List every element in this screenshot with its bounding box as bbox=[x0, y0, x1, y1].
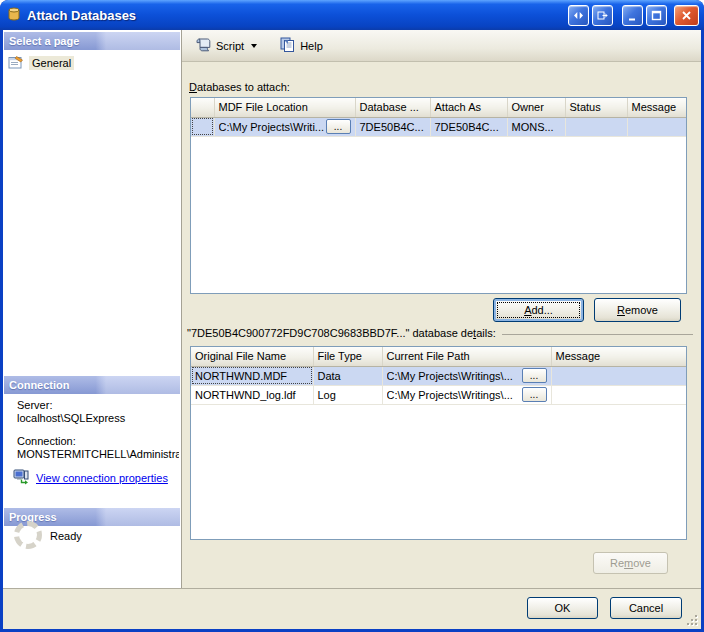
attach-databases-dialog: Attach Databases bbox=[0, 0, 704, 632]
mdf-location-cell: C:\My Projects\Writi... ... bbox=[214, 117, 355, 136]
connection-header: Connection bbox=[4, 376, 180, 394]
column-header-message[interactable]: Message bbox=[551, 347, 686, 366]
help-button[interactable]: Help bbox=[276, 34, 326, 57]
table-row[interactable]: NORTHWND.MDF Data C:\My Projects\Writing… bbox=[191, 366, 686, 385]
view-connection-properties-link[interactable]: View connection properties bbox=[13, 468, 168, 487]
column-header-status[interactable]: Status bbox=[565, 98, 627, 117]
connection-value: MONSTERMITCHELL\Administra bbox=[17, 448, 179, 461]
server-value: localhost\SQLExpress bbox=[17, 412, 179, 425]
switch-panes-icon bbox=[572, 9, 585, 22]
maximize-button[interactable] bbox=[646, 5, 667, 26]
column-header-database[interactable]: Database ... bbox=[355, 98, 430, 117]
column-header-current-file-path[interactable]: Current File Path bbox=[382, 347, 551, 366]
view-connection-properties-label: View connection properties bbox=[36, 472, 168, 484]
toolbar: Script Help bbox=[182, 30, 701, 62]
footer: OK Cancel bbox=[3, 588, 701, 629]
browse-button[interactable]: ... bbox=[522, 387, 547, 402]
switch-panes-button[interactable] bbox=[568, 5, 589, 26]
general-page-icon bbox=[8, 54, 24, 72]
close-button[interactable] bbox=[674, 5, 699, 26]
file-type-cell: Log bbox=[313, 385, 382, 404]
databases-to-attach-label: Databases to attach: bbox=[189, 81, 290, 93]
connection-computer-icon bbox=[13, 468, 30, 487]
file-path-cell: C:\My Projects\Writings\... ... bbox=[382, 385, 551, 404]
column-header-owner[interactable]: Owner bbox=[507, 98, 565, 117]
resize-grip[interactable] bbox=[685, 613, 698, 626]
column-header-message[interactable]: Message bbox=[627, 98, 686, 117]
browse-button[interactable]: ... bbox=[326, 119, 351, 134]
table-row[interactable]: C:\My Projects\Writi... ... 7DE50B4C... … bbox=[191, 117, 686, 136]
undock-button[interactable] bbox=[592, 5, 613, 26]
status-cell bbox=[565, 117, 627, 136]
window-title: Attach Databases bbox=[27, 8, 565, 23]
file-path-value: C:\My Projects\Writings\... bbox=[387, 370, 520, 382]
close-icon bbox=[680, 9, 693, 22]
column-header-mdf-file-location[interactable]: MDF File Location bbox=[214, 98, 355, 117]
file-path-value: C:\My Projects\Writings\... bbox=[387, 389, 520, 401]
remove-details-button[interactable]: Remove bbox=[593, 552, 668, 574]
database-details-caption: "7DE50B4C900772FD9C708C9683BBD7F..." dat… bbox=[187, 327, 693, 339]
browse-button[interactable]: ... bbox=[522, 368, 547, 383]
table-row[interactable]: NORTHWND_log.ldf Log C:\My Projects\Writ… bbox=[191, 385, 686, 404]
add-button[interactable]: Add... bbox=[493, 298, 584, 322]
column-header-selector[interactable] bbox=[191, 98, 214, 117]
column-header-file-type[interactable]: File Type bbox=[313, 347, 382, 366]
minimize-icon bbox=[626, 9, 639, 22]
maximize-icon bbox=[650, 9, 663, 22]
file-path-cell: C:\My Projects\Writings\... ... bbox=[382, 366, 551, 385]
database-cell: 7DE50B4C... bbox=[355, 117, 430, 136]
database-details-grid: Original File Name File Type Current Fil… bbox=[190, 346, 687, 540]
connection-label: Connection: bbox=[17, 435, 179, 448]
sidebar-item-general[interactable]: General bbox=[6, 53, 80, 73]
database-details-label: "7DE50B4C900772FD9C708C9683BBD7F..." dat… bbox=[187, 327, 496, 339]
file-name-cell: NORTHWND_log.ldf bbox=[191, 385, 313, 404]
mdf-location-value: C:\My Projects\Writi... bbox=[219, 121, 324, 133]
message-cell bbox=[551, 385, 686, 404]
progress-status: Ready bbox=[50, 530, 82, 542]
server-label: Server: bbox=[17, 399, 179, 412]
dialog-body: Select a page General Connection Server:… bbox=[3, 30, 701, 629]
help-pages-icon bbox=[279, 36, 296, 55]
minimize-button[interactable] bbox=[622, 5, 643, 26]
chevron-down-icon bbox=[251, 44, 257, 48]
owner-cell: MONS... bbox=[507, 117, 565, 136]
column-header-attach-as[interactable]: Attach As bbox=[430, 98, 507, 117]
main-pane: Script Help bbox=[181, 30, 701, 588]
caption-rule bbox=[502, 334, 693, 335]
column-header-original-file-name[interactable]: Original File Name bbox=[191, 347, 313, 366]
undock-icon bbox=[596, 9, 609, 22]
select-a-page-header: Select a page bbox=[4, 32, 180, 50]
row-selector-cell bbox=[191, 117, 214, 136]
script-button[interactable]: Script bbox=[192, 34, 260, 57]
message-cell bbox=[551, 366, 686, 385]
remove-button[interactable]: Remove bbox=[594, 298, 681, 322]
titlebar[interactable]: Attach Databases bbox=[0, 0, 704, 30]
databases-to-attach-grid: MDF File Location Database ... Attach As… bbox=[190, 97, 687, 294]
file-type-cell: Data bbox=[313, 366, 382, 385]
cancel-button[interactable]: Cancel bbox=[610, 597, 682, 619]
help-label: Help bbox=[300, 40, 323, 52]
progress-spinner-icon bbox=[14, 521, 42, 549]
attach-as-cell: 7DE50B4C... bbox=[430, 117, 507, 136]
file-name-cell: NORTHWND.MDF bbox=[191, 366, 313, 385]
sidebar-item-label: General bbox=[29, 56, 74, 70]
script-label: Script bbox=[216, 40, 244, 52]
database-icon bbox=[6, 6, 22, 24]
message-cell bbox=[627, 117, 686, 136]
ok-button[interactable]: OK bbox=[527, 597, 598, 619]
script-scroll-icon bbox=[195, 36, 212, 55]
sidebar: Select a page General Connection Server:… bbox=[3, 30, 181, 588]
